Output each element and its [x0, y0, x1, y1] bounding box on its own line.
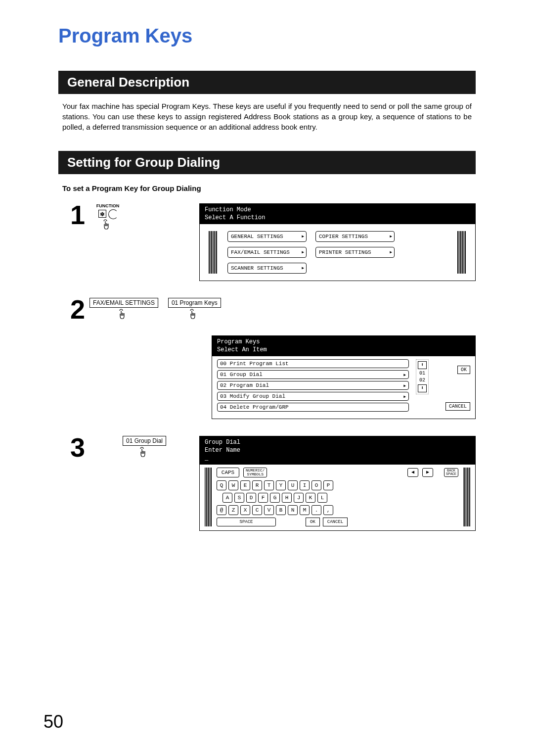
- key-f[interactable]: F: [258, 493, 268, 503]
- cursor-line: _: [205, 455, 470, 463]
- group-dial-panel: Group Dial Enter Name _ CAPS NUMERIC/ SY…: [199, 436, 476, 531]
- key-,[interactable]: ,: [323, 505, 333, 515]
- ok-button[interactable]: OK: [306, 518, 320, 526]
- page-number: 50: [44, 711, 63, 732]
- page-title: Program Keys: [58, 25, 476, 47]
- fax-email-settings-step-button[interactable]: FAX/EMAIL SETTINGS: [89, 298, 158, 308]
- arrow-right-button[interactable]: ▶: [422, 468, 433, 477]
- subheading: To set a Program Key for Group Dialing: [58, 181, 476, 201]
- printer-settings-button[interactable]: PRINTER SETTINGS: [315, 247, 395, 258]
- cancel-button[interactable]: CANCEL: [323, 518, 348, 526]
- touch-icon: [119, 309, 129, 320]
- list-item[interactable]: 00 Print Program List: [217, 359, 409, 368]
- section-general-description: General Description: [58, 71, 476, 94]
- key-h[interactable]: H: [282, 493, 292, 503]
- copier-settings-button[interactable]: COPIER SETTINGS: [315, 231, 395, 242]
- step-number-1: 1: [58, 201, 86, 228]
- key-a[interactable]: A: [222, 493, 232, 503]
- vertical-stripes: [209, 231, 218, 274]
- panel-title: Function Mode: [205, 206, 470, 214]
- key-e[interactable]: E: [240, 480, 250, 490]
- scroll-up-button[interactable]: ⬆: [418, 361, 427, 369]
- touch-icon: [189, 309, 199, 320]
- key-.[interactable]: .: [312, 505, 321, 515]
- key-j[interactable]: J: [294, 493, 304, 503]
- key-v[interactable]: V: [264, 505, 274, 515]
- space-button[interactable]: SPACE: [217, 518, 276, 526]
- key-c[interactable]: C: [252, 505, 262, 515]
- list-item[interactable]: 03 Modify Group Dial: [217, 392, 409, 401]
- key-d[interactable]: D: [246, 493, 256, 503]
- list-item[interactable]: 04 Delete Program/GRP: [217, 403, 409, 412]
- function-label: FUNCTION: [90, 203, 125, 208]
- key-g[interactable]: G: [270, 493, 280, 503]
- asterisk-icon: ✽: [98, 210, 106, 218]
- vertical-stripes: [205, 468, 212, 526]
- panel-subtitle: Enter Name: [205, 447, 470, 455]
- caps-button[interactable]: CAPS: [217, 468, 239, 477]
- key-i[interactable]: I: [300, 480, 310, 490]
- list-item[interactable]: 02 Program Dial: [217, 381, 409, 390]
- cancel-button[interactable]: CANCEL: [445, 402, 470, 411]
- panel-subtitle: Select An Item: [217, 346, 470, 354]
- key-b[interactable]: B: [276, 505, 286, 515]
- numeric-symbols-button[interactable]: NUMERIC/ SYMBOLS: [243, 468, 267, 477]
- scroll-top-num: 01: [419, 371, 425, 376]
- ok-button[interactable]: OK: [457, 366, 470, 374]
- program-keys-step-button[interactable]: 01 Program Keys: [168, 298, 221, 308]
- section-group-dialing: Setting for Group Dialing: [58, 151, 476, 174]
- key-k[interactable]: K: [306, 493, 315, 503]
- list-item[interactable]: 01 Group Dial: [217, 370, 409, 379]
- arrow-left-button[interactable]: ◀: [407, 468, 418, 477]
- key-m[interactable]: M: [300, 505, 310, 515]
- key-n[interactable]: N: [288, 505, 298, 515]
- key-t[interactable]: T: [264, 480, 274, 490]
- key-s[interactable]: S: [234, 493, 244, 503]
- panel-subtitle: Select A Function: [205, 214, 470, 222]
- key-w[interactable]: W: [228, 480, 238, 490]
- key-p[interactable]: P: [323, 480, 333, 490]
- key-x[interactable]: X: [240, 505, 250, 515]
- backspace-button[interactable]: BACK SPACE: [444, 468, 458, 477]
- key-@[interactable]: @: [217, 505, 226, 515]
- vertical-stripes: [457, 231, 466, 274]
- key-l[interactable]: L: [317, 493, 327, 503]
- panel-title: Group Dial: [205, 439, 470, 447]
- fax-email-settings-button[interactable]: FAX/EMAIL SETTINGS: [227, 247, 307, 258]
- key-o[interactable]: O: [312, 480, 321, 490]
- touch-icon: [139, 447, 149, 458]
- group-dial-step-button[interactable]: 01 Group Dial: [123, 436, 166, 446]
- step-number-2: 2: [58, 296, 86, 323]
- key-u[interactable]: U: [288, 480, 298, 490]
- key-q[interactable]: Q: [217, 480, 226, 490]
- vertical-stripes: [463, 468, 470, 526]
- scanner-settings-button[interactable]: SCANNER SETTINGS: [227, 263, 307, 274]
- key-y[interactable]: Y: [276, 480, 286, 490]
- function-mode-panel: Function Mode Select A Function GENERAL …: [199, 203, 476, 281]
- panel-title: Program Keys: [217, 338, 470, 346]
- description-text: Your fax machine has special Program Key…: [58, 101, 476, 151]
- key-r[interactable]: R: [252, 480, 262, 490]
- scroll-down-button[interactable]: ⬇: [418, 384, 427, 392]
- scroll-column: ⬆ 01 02 ⬇: [416, 359, 429, 394]
- step-number-3: 3: [58, 434, 86, 461]
- touch-icon: [103, 219, 113, 230]
- key-z[interactable]: Z: [228, 505, 238, 515]
- scroll-bot-num: 02: [419, 378, 425, 383]
- program-keys-panel: Program Keys Select An Item 00 Print Pro…: [212, 335, 476, 419]
- circle-arrow-icon: [108, 209, 117, 218]
- general-settings-button[interactable]: GENERAL SETTINGS: [227, 231, 307, 242]
